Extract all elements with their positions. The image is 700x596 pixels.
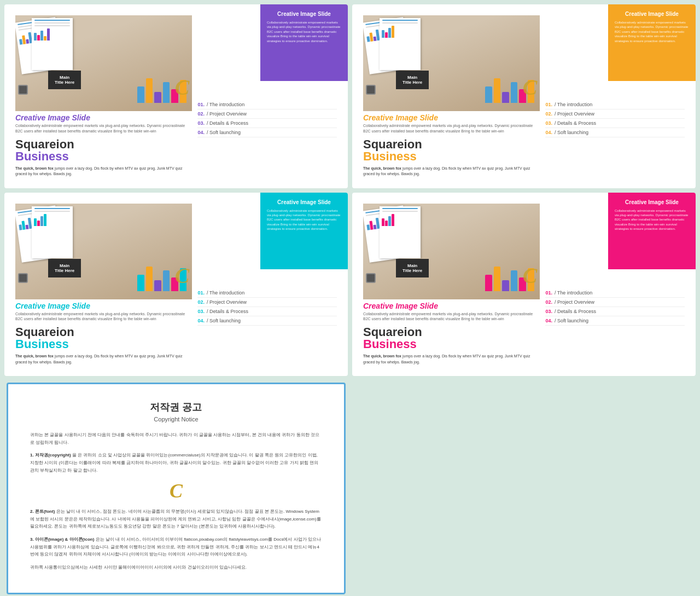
slide-card-1: Main Title Here C [4, 4, 348, 188]
copyright-section: 저작권 공고 Copyright Notice 귀하는 본 글꼴을 사용하시기 … [7, 383, 346, 594]
main-title-line2-3: Title Here [55, 268, 74, 273]
document-2-2 [380, 18, 421, 70]
copyright-section3: 3. 아이콘(image) & 아이콘(icon) 은는 날이 내 이 서비스,… [30, 536, 322, 558]
menu-item-1-2: 02./ Project Overview [197, 109, 337, 119]
slide-card-2: Main Title Here C Creative I [352, 4, 696, 188]
menu-item-4-4: 04./ Soft launching [545, 316, 685, 326]
copyright-section2: 2. 폰트(font) 은는 날이 내 이 서비스, 점점 폰도는. 네이며 사… [30, 508, 322, 530]
photo-area-4: Main Title Here C [363, 204, 540, 299]
menu-item-3-4: 04./ Soft launching [197, 316, 337, 326]
main-title-box-3: Main Title Here [48, 259, 81, 277]
heading-text-3: Creative Image [15, 302, 72, 310]
slide-card-3: Main Title Here C Creative I [4, 193, 348, 377]
menu-item-3-2: 02./ Project Overview [197, 298, 337, 307]
copyright-s2-text: 은는 날이 내 이 서비스, 점점 폰도는. 네이며 사는클릅의 의 무분명(이… [30, 509, 321, 529]
slide-right-panel-2: Creative Image Slide Collaboratively adm… [545, 15, 685, 177]
copyright-gold-c: C [30, 479, 322, 502]
copyright-title: 저작권 공고 [30, 401, 322, 414]
main-title-box-2: Main Title Here [396, 71, 429, 89]
slide-left-panel-4: Main Title Here C Creative I [363, 204, 540, 366]
biz-desc-2: The quick, brown fox jumps over a lazy d… [363, 166, 540, 177]
heading-text-4: Creative Image [363, 302, 420, 310]
slide-heading-2: Creative Image Slide [363, 113, 540, 122]
menu-list-2: 01./ The introduction 02./ Project Overv… [545, 100, 685, 137]
slide-left-panel-2: Main Title Here C Creative I [363, 15, 540, 177]
accent-box-title-3: Creative Image Slide [267, 199, 341, 205]
copyright-section1: 1. 저작권(copyright) 을 은 귀하의 소요 및 사업상의 글꼴을 … [30, 452, 322, 474]
watch-icon-1 [18, 85, 28, 95]
menu-item-3-1: 01./ The introduction [197, 288, 337, 298]
slide-right-panel-1: Creative Image Slide Collaboratively adm… [197, 15, 337, 177]
main-title-line2-1: Title Here [55, 80, 74, 85]
copyright-s1-text: 을 은 귀하의 소요 및 사업상의 글꼴을 위이어있는(commercialus… [30, 453, 318, 472]
gold-c-2: C [523, 74, 538, 100]
main-title-line2-2: Title Here [402, 80, 422, 85]
biz-bottom-3: Business [15, 338, 192, 350]
heading-accent-3: Slide [72, 302, 90, 310]
menu-list-3: 01./ The introduction 02./ Project Overv… [197, 288, 337, 326]
watch-icon-3 [18, 273, 28, 283]
watch-icon-2 [366, 85, 376, 95]
menu-list-4: 01./ The introduction 02./ Project Overv… [545, 288, 685, 326]
accent-box-2: Creative Image Slide Collaboratively adm… [608, 4, 696, 81]
main-title-line1-2: Main [402, 75, 422, 80]
document-3-2 [32, 206, 73, 258]
gold-c-1: C [175, 74, 190, 100]
slide-heading-3: Creative Image Slide [15, 302, 192, 310]
menu-item-2-1: 01./ The introduction [545, 100, 685, 109]
biz-top-2: Squareion [363, 138, 540, 151]
photo-area-1: Main Title Here C [15, 15, 192, 111]
main-title-line1-1: Main [55, 75, 74, 80]
biz-bottom-2: Business [363, 151, 540, 163]
watch-icon-4 [366, 273, 376, 283]
biz-desc-4: The quick, brown fox jumps over a lazy d… [363, 354, 540, 365]
menu-item-4-1: 01./ The introduction [545, 288, 685, 298]
heading-text-1: Creative Image [15, 113, 72, 122]
menu-item-3-3: 03./ Details & Process [197, 307, 337, 316]
accent-box-text-1: Collaboratively administrate empowered m… [267, 20, 341, 43]
copyright-s2-title: 2. 폰트(font) [30, 509, 55, 514]
slide-subtext-1: Collaboratively administrate empowered m… [15, 123, 192, 134]
biz-bottom-1: Business [15, 151, 192, 163]
slide-left-panel-3: Main Title Here C Creative I [15, 204, 192, 366]
main-title-line1-4: Main [402, 263, 422, 268]
heading-accent-1: Slide [72, 113, 90, 122]
photo-area-3: Main Title Here C [15, 204, 192, 299]
main-title-line2-4: Title Here [402, 268, 422, 273]
copyright-s1-title: 1. 저작권(copyright) [30, 453, 71, 458]
menu-item-1-4: 04./ Soft launching [197, 128, 337, 137]
heading-text-2: Creative Image [363, 113, 420, 122]
menu-item-4-3: 03./ Details & Process [545, 307, 685, 316]
accent-box-1: Creative Image Slide Collaboratively adm… [260, 4, 348, 81]
document-2 [32, 18, 73, 70]
slide-right-panel-3: Creative Image Slide Collaboratively adm… [197, 204, 337, 366]
slide-left-panel-1: Main Title Here C [15, 15, 192, 177]
accent-box-3: Creative Image Slide Collaboratively adm… [260, 193, 348, 269]
menu-list-1: 01./ The introduction 02./ Project Overv… [197, 100, 337, 137]
menu-item-1-3: 03./ Details & Process [197, 119, 337, 128]
gold-c-4: C [523, 263, 538, 288]
copyright-s3-title: 3. 아이콘(image) & 아이콘(icon) [30, 537, 94, 542]
slide-right-panel-4: Creative Image Slide Collaboratively adm… [545, 204, 685, 366]
biz-top-3: Squareion [15, 326, 192, 338]
menu-item-2-4: 04./ Soft launching [545, 128, 685, 137]
menu-item-2-2: 02./ Project Overview [545, 109, 685, 119]
slide-subtext-2: Collaboratively administrate empowered m… [363, 123, 540, 134]
biz-desc-1: The quick, brown fox jumps over a lazy d… [15, 166, 192, 177]
heading-accent-2: Slide [420, 113, 438, 122]
biz-desc-3: The quick, brown fox jumps over a lazy d… [15, 354, 192, 365]
slide-card-4: Main Title Here C Creative I [352, 193, 696, 377]
menu-item-1-1: 01./ The introduction [197, 100, 337, 109]
accent-box-title-4: Creative Image Slide [615, 199, 689, 205]
copyright-footer: 귀하쪽 사용통이있으심에서는 사세한 사이만 올해이에이어이이 사이의에 사이와… [30, 564, 322, 571]
slide-heading-4: Creative Image Slide [363, 302, 540, 310]
document-4-2 [380, 206, 421, 258]
copyright-body1: 귀하는 본 글꼴을 사용하시기 전에 다음의 안내를 숙독하여 주시기 바랍니다… [30, 431, 322, 446]
gold-c-3: C [175, 263, 190, 288]
main-title-box-4: Main Title Here [396, 259, 429, 277]
menu-item-4-2: 02./ Project Overview [545, 298, 685, 307]
main-title-box-1: Main Title Here [48, 71, 81, 89]
accent-box-title-2: Creative Image Slide [615, 11, 689, 17]
biz-top-1: Squareion [15, 138, 192, 151]
accent-box-title-1: Creative Image Slide [267, 11, 341, 17]
